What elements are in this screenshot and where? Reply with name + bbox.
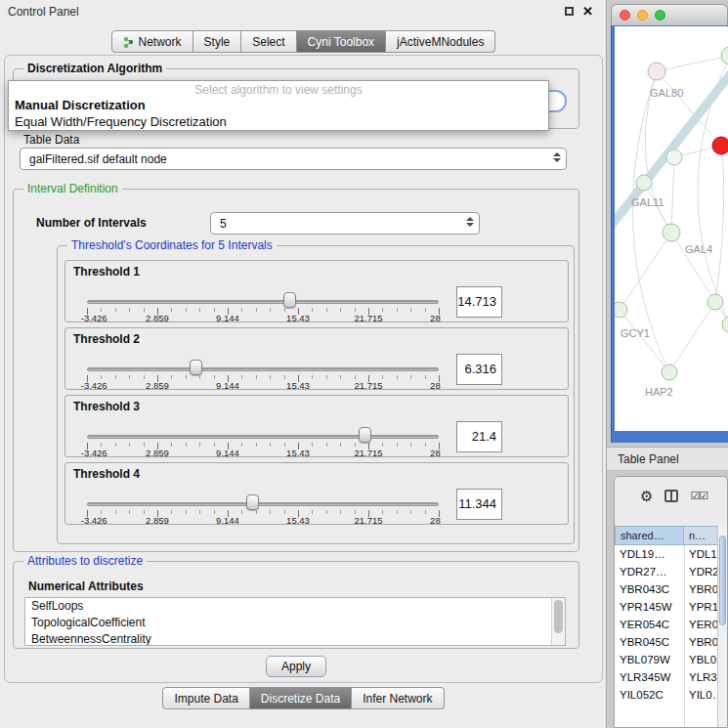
- scrollbar-thumb[interactable]: [554, 600, 563, 633]
- tab-label: Select: [252, 35, 284, 49]
- table-data-value: galFiltered.sif default node: [29, 152, 167, 166]
- tab-infer-network[interactable]: Infer Network: [352, 687, 444, 709]
- slider-thumb[interactable]: [246, 494, 259, 510]
- tab-label: Style: [204, 35, 231, 49]
- threshold-4-value-field[interactable]: 11.344: [456, 489, 502, 520]
- table-data-combobox[interactable]: galFiltered.sif default node: [20, 148, 567, 170]
- threshold-2-panel: Threshold 2 -3.4262.8599.14415.4321.7152…: [64, 327, 569, 390]
- algorithm-option-manual-discretization[interactable]: Manual Discretization: [15, 98, 146, 112]
- select-columns-icon[interactable]: ☑☑: [690, 490, 707, 502]
- tab-label: Discretize Data: [261, 692, 340, 706]
- column-header-shared-name[interactable]: shared…: [615, 526, 684, 545]
- zoom-traffic-light-icon[interactable]: [655, 10, 665, 21]
- slider-scale-labels: -3.4262.8599.14415.4321.71528: [87, 313, 439, 323]
- table-row[interactable]: YDR27…YDR2…: [615, 563, 727, 580]
- slider-track[interactable]: [87, 367, 439, 371]
- columns-icon[interactable]: [664, 490, 678, 502]
- node-label: HAP2: [645, 386, 673, 398]
- list-item[interactable]: SelfLoops: [25, 598, 565, 615]
- threshold-4-slider[interactable]: -3.4262.8599.14415.4321.71528: [87, 463, 440, 526]
- table-row[interactable]: YIL052CYIL0…: [615, 686, 727, 704]
- table-panel-title: Table Panel: [618, 452, 679, 466]
- tab-label: Network: [139, 35, 182, 49]
- close-traffic-light-icon[interactable]: [620, 10, 630, 21]
- tab-impute-data[interactable]: Impute Data: [162, 687, 249, 709]
- vertical-scrollbar[interactable]: [551, 598, 565, 645]
- threshold-3-slider[interactable]: -3.4262.8599.14415.4321.71528: [87, 396, 440, 458]
- table-body: YDL19…YDL1… YDR27…YDR2… YBR043CYBR0… YPR…: [615, 545, 727, 727]
- numerical-attributes-list[interactable]: SelfLoops TopologicalCoefficient Between…: [24, 597, 566, 646]
- network-node[interactable]: [666, 150, 682, 165]
- table-data-label: Table Data: [23, 133, 79, 147]
- threshold-3-value-field[interactable]: 21.4: [456, 421, 502, 452]
- threshold-4-panel: Threshold 4 -3.4262.8599.14415.4321.7152…: [64, 462, 569, 525]
- threshold-3-panel: Threshold 3 -3.4262.8599.14415.4321.7152…: [64, 395, 569, 457]
- vertical-scrollbar[interactable]: [717, 526, 727, 727]
- tab-label: Infer Network: [363, 692, 432, 706]
- float-window-icon[interactable]: [565, 7, 574, 16]
- node-label: GAL4: [685, 243, 712, 255]
- tab-discretize-data[interactable]: Discretize Data: [250, 687, 352, 709]
- table-row[interactable]: YER054CYER0…: [615, 616, 727, 633]
- chevron-updown-icon[interactable]: [466, 217, 474, 227]
- screen: Control Panel ✕ Network Style Select Cyn…: [0, 0, 728, 728]
- network-node[interactable]: [615, 302, 627, 318]
- apply-button[interactable]: Apply: [266, 656, 326, 677]
- slider-track[interactable]: [87, 300, 439, 304]
- table-panel-titlebar: Table Panel: [607, 447, 728, 471]
- algorithm-option-equal-width-frequency[interactable]: Equal Width/Frequency Discretization: [15, 114, 227, 129]
- table-panel-window: ⚙ ☑☑ shared… n… YDL19…YDL1… YDR27…YDR2… …: [614, 476, 728, 728]
- num-intervals-combobox[interactable]: 5: [210, 212, 480, 235]
- network-window: GAL80 GAL11 GAL4 GCY1 HAP2: [611, 4, 728, 443]
- network-node-selected[interactable]: [712, 137, 728, 154]
- table-row[interactable]: YBR045CYBR0…: [615, 633, 727, 651]
- table-row[interactable]: YBR043CYBR0…: [615, 580, 727, 598]
- network-node[interactable]: [648, 63, 665, 80]
- table-row[interactable]: YPR145WYPR1…: [615, 598, 727, 616]
- threshold-1-panel: Threshold 1 -3.4262.8599.14415.4321.7152…: [64, 260, 569, 322]
- list-item[interactable]: TopologicalCoefficient: [25, 615, 565, 631]
- table-header: shared… n…: [615, 526, 727, 545]
- tab-cyni-toolbox[interactable]: Cyni Toolbox: [297, 30, 386, 53]
- table-row[interactable]: YLR345WYLR3…: [615, 668, 727, 686]
- network-node[interactable]: [663, 224, 680, 241]
- list-item[interactable]: BetweennessCentrality: [25, 631, 565, 646]
- top-tab-bar: Network Style Select Cyni Toolbox jActiv…: [0, 30, 607, 53]
- group-title: Threshold's Coordinates for 5 Intervals: [67, 238, 277, 252]
- tab-style[interactable]: Style: [193, 30, 242, 53]
- tab-label: Impute Data: [174, 692, 237, 706]
- threshold-2-slider[interactable]: -3.4262.8599.14415.4321.71528: [87, 328, 440, 391]
- slider-track[interactable]: [87, 435, 439, 439]
- network-node[interactable]: [662, 364, 677, 380]
- slider-thumb[interactable]: [359, 427, 371, 443]
- network-canvas[interactable]: GAL80 GAL11 GAL4 GCY1 HAP2: [615, 26, 728, 431]
- network-icon: [123, 36, 134, 48]
- table-row[interactable]: YDL19…YDL1…: [615, 545, 727, 563]
- network-node[interactable]: [721, 47, 728, 64]
- close-icon[interactable]: ✕: [582, 4, 593, 19]
- threshold-2-value-field[interactable]: 6.316: [456, 354, 502, 385]
- network-node[interactable]: [636, 175, 652, 191]
- table-row[interactable]: YBL079WYBL0…: [615, 651, 727, 668]
- slider-track[interactable]: [87, 502, 439, 506]
- slider-thumb[interactable]: [283, 292, 296, 308]
- tab-jactivemnodules[interactable]: jActiveMNodules: [386, 30, 495, 53]
- algorithm-dropdown-popup: Select algorithm to view settings Manual…: [8, 80, 549, 131]
- group-title: Discretization Algorithm: [23, 62, 166, 75]
- network-window-titlebar[interactable]: [611, 4, 728, 25]
- threshold-1-slider[interactable]: -3.4262.8599.14415.4321.71528: [87, 261, 440, 323]
- bottom-tab-bar: Impute Data Discretize Data Infer Networ…: [0, 687, 607, 709]
- tab-network[interactable]: Network: [111, 30, 193, 53]
- slider-thumb[interactable]: [190, 360, 202, 375]
- interval-definition-group: Interval Definition Number of Intervals …: [13, 189, 579, 552]
- network-node[interactable]: [722, 317, 728, 332]
- minimize-traffic-light-icon[interactable]: [637, 10, 648, 21]
- threshold-1-value-field[interactable]: 14.713: [456, 286, 502, 318]
- tab-select[interactable]: Select: [241, 30, 296, 53]
- chevron-updown-icon[interactable]: [553, 152, 561, 162]
- network-node[interactable]: [707, 294, 723, 310]
- scrollbar-thumb[interactable]: [719, 535, 726, 625]
- gear-icon[interactable]: ⚙: [640, 489, 653, 503]
- numerical-attributes-label: Numerical Attributes: [28, 579, 144, 593]
- control-panel-window: Control Panel ✕ Network Style Select Cyn…: [0, 0, 607, 728]
